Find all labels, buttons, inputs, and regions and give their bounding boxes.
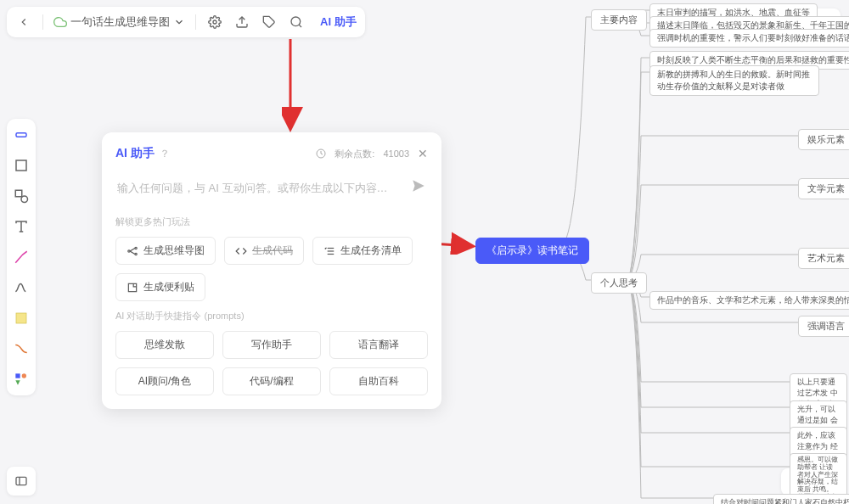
svg-marker-14: [15, 380, 20, 384]
annotation-arrow-down: [282, 39, 307, 132]
svg-line-30: [130, 248, 135, 251]
send-icon: [411, 178, 426, 193]
section-label: AI 对话助手快捷指令 (prompts): [115, 310, 428, 322]
help-icon[interactable]: ？: [160, 147, 170, 161]
mindmap-node[interactable]: 作品中的音乐、文学和艺术元素，给人带来深奥的情感接触: [649, 291, 849, 310]
chip-label: 思维发散: [144, 338, 185, 352]
mindmap-node[interactable]: 艺术元素: [798, 248, 849, 269]
sticky-icon: [127, 282, 138, 294]
chip-mindmap[interactable]: 生成思维导图: [115, 237, 216, 265]
chip-label: 语言翻译: [358, 338, 399, 352]
path-tool[interactable]: [12, 339, 31, 358]
mindmap-node[interactable]: 强调语言: [798, 316, 849, 337]
svg-rect-5: [16, 133, 26, 137]
prompt-diverge[interactable]: 思维发散: [115, 331, 214, 359]
mindmap-root-node[interactable]: 《启示录》读书笔记: [475, 238, 589, 264]
chip-label: 代码/编程: [250, 374, 293, 389]
document-title[interactable]: 一句话生成思维导图: [53, 14, 185, 30]
list-icon: [323, 245, 335, 257]
panel-title: AI 助手: [115, 146, 155, 161]
mindmap-icon: [127, 245, 138, 257]
svg-rect-11: [16, 313, 26, 323]
ai-prompt-input[interactable]: [117, 182, 404, 194]
export-icon: [235, 15, 249, 29]
chip-label: 生成便利贴: [143, 280, 194, 294]
svg-point-0: [213, 20, 216, 24]
svg-rect-15: [16, 477, 26, 484]
svg-line-31: [130, 251, 135, 255]
prompt-translate[interactable]: 语言翻译: [329, 331, 428, 359]
chip-label: 自助百科: [358, 374, 399, 389]
pen-tool[interactable]: [12, 248, 31, 266]
frame-tool[interactable]: [12, 156, 31, 175]
divider: [195, 14, 196, 30]
remaining-label: 剩余点数:: [335, 148, 374, 160]
close-button[interactable]: ✕: [418, 147, 428, 160]
ai-assistant-label[interactable]: AI 助手: [320, 14, 357, 30]
divider: [42, 14, 43, 30]
mindmap-node[interactable]: 个人思考: [591, 272, 647, 294]
remaining-count: 41003: [383, 148, 409, 159]
mindmap-node[interactable]: 文学元素: [798, 178, 849, 199]
svg-point-3: [291, 17, 301, 26]
svg-rect-7: [15, 190, 22, 197]
mindmap-node[interactable]: 新教的拼搏和人的生日的救赎。新时间推动生存价值的文献释义是对读者做: [649, 65, 819, 96]
chip-label: AI顾问/角色: [138, 374, 192, 389]
mindmap-node[interactable]: 强调时机的重要性，警示人们要时刻做好准备的话语: [649, 29, 849, 48]
mindmap-node[interactable]: 娱乐元素: [798, 129, 849, 150]
svg-rect-35: [128, 283, 136, 291]
chip-label: 生成任务清单: [340, 244, 402, 258]
prompt-wiki[interactable]: 自助百科: [329, 367, 428, 395]
tag-button[interactable]: [261, 14, 278, 31]
ai-assistant-panel: AI 助手 ？ 剩余点数: 41003 ✕ 解锁更多热门玩法 生成思维导图 生成…: [102, 132, 441, 409]
tag-icon: [262, 15, 276, 29]
send-button[interactable]: [411, 178, 426, 197]
svg-rect-12: [15, 373, 20, 378]
export-button[interactable]: [233, 14, 250, 31]
svg-point-28: [135, 247, 137, 249]
mindmap-canvas[interactable]: 《启示录》读书笔记 主要内容 个人思考 末日审判的描写，如洪水、地震、血征等 描…: [467, 0, 849, 504]
search-icon: [290, 15, 303, 29]
mindmap-node[interactable]: 主要内容: [591, 9, 647, 31]
prompt-coding[interactable]: 代码/编程: [222, 367, 321, 395]
svg-line-4: [299, 25, 301, 27]
chip-label: 生成代码: [252, 244, 293, 258]
text-tool[interactable]: [12, 217, 31, 236]
sticky-tool[interactable]: [12, 309, 31, 328]
svg-point-27: [128, 249, 130, 251]
svg-point-13: [22, 373, 26, 378]
panel-icon: [14, 474, 28, 488]
chip-sticky[interactable]: 生成便利贴: [115, 273, 205, 301]
top-toolbar: 一句话生成思维导图 AI 助手: [7, 7, 365, 37]
chip-label: 写作助手: [251, 338, 292, 352]
search-button[interactable]: [288, 14, 305, 31]
cloud-icon: [53, 15, 67, 29]
title-text: 一句话生成思维导图: [70, 14, 170, 30]
collapse-panel-button[interactable]: [7, 467, 36, 496]
clock-icon: [316, 148, 326, 159]
section-label: 解锁更多热门玩法: [115, 216, 428, 228]
mindmap-node[interactable]: 结合对时间问题紧和门人家石自然中朽: [713, 494, 849, 504]
svg-marker-26: [413, 180, 424, 192]
shape-tool[interactable]: [12, 187, 31, 205]
left-tool-rail: [7, 119, 36, 395]
back-button[interactable]: [15, 14, 32, 31]
gear-icon: [208, 15, 222, 29]
chip-code[interactable]: 生成代码: [224, 237, 304, 265]
prompt-roleplay[interactable]: AI顾问/角色: [115, 367, 214, 395]
curve-tool[interactable]: [12, 278, 31, 297]
chip-label: 生成思维导图: [143, 244, 205, 258]
chevron-down-icon: [173, 16, 185, 28]
svg-rect-6: [16, 160, 26, 171]
select-tool[interactable]: [12, 126, 31, 144]
prompt-writing[interactable]: 写作助手: [222, 331, 321, 359]
svg-point-8: [21, 196, 28, 203]
chip-tasklist[interactable]: 生成任务清单: [312, 237, 413, 265]
settings-button[interactable]: [206, 14, 223, 31]
more-shapes-tool[interactable]: [12, 370, 31, 389]
svg-point-29: [135, 253, 137, 255]
code-icon: [235, 245, 247, 257]
